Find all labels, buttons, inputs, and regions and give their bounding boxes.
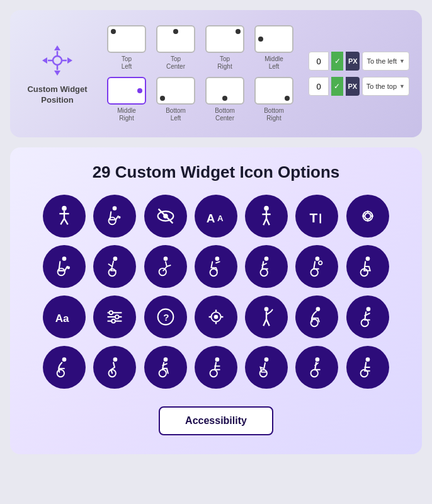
icon-wheelchair-v4[interactable] (195, 245, 237, 288)
svg-text:?: ? (163, 312, 169, 323)
vertical-direction-dropdown[interactable]: To the top ▼ (362, 77, 409, 96)
svg-point-56 (214, 315, 219, 319)
horizontal-offset-control: ✓ PX To the left ▼ (309, 52, 409, 71)
position-bottom-right[interactable]: BottomRight (252, 77, 296, 122)
svg-point-29 (365, 213, 371, 219)
accessibility-button[interactable]: Accessibility (159, 406, 273, 435)
vertical-offset-control: ✓ PX To the top ▼ (309, 77, 409, 96)
icons-grid: AA T (43, 195, 389, 389)
svg-line-26 (266, 219, 270, 225)
svg-point-81 (311, 370, 318, 377)
icon-text-cursor[interactable]: T (295, 195, 338, 238)
bottom-panel: 29 Custom Widget Icon Options AA T (10, 147, 422, 454)
icon-wheelchair-alt8[interactable] (295, 346, 338, 389)
icon-wheelchair-alt4[interactable] (93, 346, 136, 389)
icon-person-standing[interactable] (245, 195, 288, 238)
position-bottom-left[interactable]: BottomLeft (154, 77, 198, 122)
svg-point-68 (366, 307, 370, 311)
horizontal-dropdown-arrow: ▼ (399, 58, 405, 64)
position-bottom-center[interactable]: BottomCenter (203, 77, 247, 122)
widget-position-label: Custom Widget Position (23, 42, 92, 106)
svg-line-12 (60, 219, 64, 225)
icon-font-adjust[interactable]: Aa (43, 295, 86, 338)
icon-accessibility-person[interactable] (43, 195, 86, 238)
svg-point-80 (315, 357, 320, 362)
svg-point-53 (112, 319, 116, 323)
vertical-unit-button[interactable]: PX (346, 77, 360, 96)
svg-point-51 (110, 311, 113, 315)
svg-point-45 (365, 256, 370, 261)
icon-wheelchair-v2[interactable] (93, 245, 136, 288)
svg-point-40 (264, 256, 269, 261)
svg-point-35 (109, 269, 116, 276)
icon-wheelchair-v3[interactable] (144, 245, 187, 288)
svg-point-77 (210, 370, 217, 377)
svg-point-39 (210, 269, 217, 276)
icon-wheelchair-alt7[interactable] (245, 346, 288, 389)
svg-point-31 (62, 256, 67, 261)
horizontal-offset-input[interactable] (309, 52, 329, 71)
horizontal-unit-button[interactable]: PX (346, 52, 360, 71)
section-title: 29 Custom Widget Icon Options (93, 163, 340, 182)
widget-position-title: Custom Widget Position (27, 84, 87, 106)
svg-point-71 (57, 370, 64, 377)
position-top-center[interactable]: TopCenter (154, 25, 198, 71)
icon-wheelchair-v6[interactable] (295, 245, 338, 288)
svg-text:A: A (207, 212, 215, 225)
position-top-right[interactable]: TopRight (203, 25, 247, 71)
svg-point-78 (264, 357, 269, 362)
icon-wheelchair-v7[interactable] (346, 245, 389, 288)
svg-point-82 (365, 357, 370, 362)
icon-person-reach[interactable] (245, 295, 288, 338)
horizontal-direction-dropdown[interactable]: To the left ▼ (362, 52, 409, 71)
icon-wheelchair-basic[interactable] (93, 195, 136, 238)
svg-point-76 (215, 357, 219, 362)
svg-point-4 (53, 56, 62, 65)
svg-point-74 (163, 357, 168, 362)
svg-point-43 (311, 269, 318, 276)
svg-point-44 (319, 261, 322, 265)
icon-help-circle[interactable]: ? (144, 295, 187, 338)
icon-chart-settings[interactable] (195, 295, 237, 338)
svg-line-64 (263, 319, 266, 326)
svg-text:T: T (310, 210, 318, 225)
icon-eye-slash[interactable] (144, 195, 187, 238)
icon-wheelchair-alt1[interactable] (295, 295, 338, 338)
icon-wheelchair-alt2[interactable] (346, 295, 389, 338)
icon-sliders[interactable] (93, 295, 136, 338)
svg-point-16 (118, 216, 121, 219)
svg-point-38 (215, 256, 219, 261)
svg-point-66 (316, 307, 321, 311)
icon-font-size-aa[interactable]: AA (195, 195, 237, 238)
svg-point-42 (315, 256, 320, 261)
icon-wheelchair-alt5[interactable] (144, 346, 187, 389)
position-grid: TopLeft TopCenter TopRight MiddleLeft M (105, 25, 296, 122)
svg-point-14 (113, 206, 117, 210)
icon-wheelchair-v5[interactable] (245, 245, 288, 288)
vertical-confirm-button[interactable]: ✓ (331, 77, 343, 96)
vertical-dropdown-arrow: ▼ (399, 83, 405, 89)
icon-wheelchair-v1[interactable] (43, 245, 86, 288)
vertical-offset-input[interactable] (309, 77, 329, 96)
icon-settings-gear[interactable] (346, 195, 389, 238)
position-middle-left[interactable]: MiddleLeft (252, 25, 296, 71)
move-icon (38, 42, 76, 79)
svg-point-41 (261, 269, 268, 276)
svg-marker-3 (67, 57, 72, 64)
position-top-left[interactable]: TopLeft (105, 25, 149, 71)
svg-line-65 (266, 319, 270, 326)
svg-point-70 (62, 357, 67, 362)
horizontal-confirm-button[interactable]: ✓ (331, 52, 343, 71)
icon-wheelchair-alt9[interactable] (346, 346, 389, 389)
horizontal-direction-label: To the left (367, 57, 397, 65)
svg-text:A: A (217, 214, 224, 223)
svg-point-22 (264, 206, 269, 211)
icon-wheelchair-alt6[interactable] (195, 346, 237, 389)
svg-point-9 (62, 206, 67, 211)
controls-side: ✓ PX To the left ▼ ✓ PX To the top ▼ (309, 52, 409, 96)
icon-wheelchair-alt3[interactable] (43, 346, 86, 389)
svg-point-52 (115, 315, 119, 319)
svg-point-72 (113, 357, 118, 362)
svg-text:Aa: Aa (55, 312, 69, 324)
position-middle-right[interactable]: MiddleRight (105, 77, 149, 122)
